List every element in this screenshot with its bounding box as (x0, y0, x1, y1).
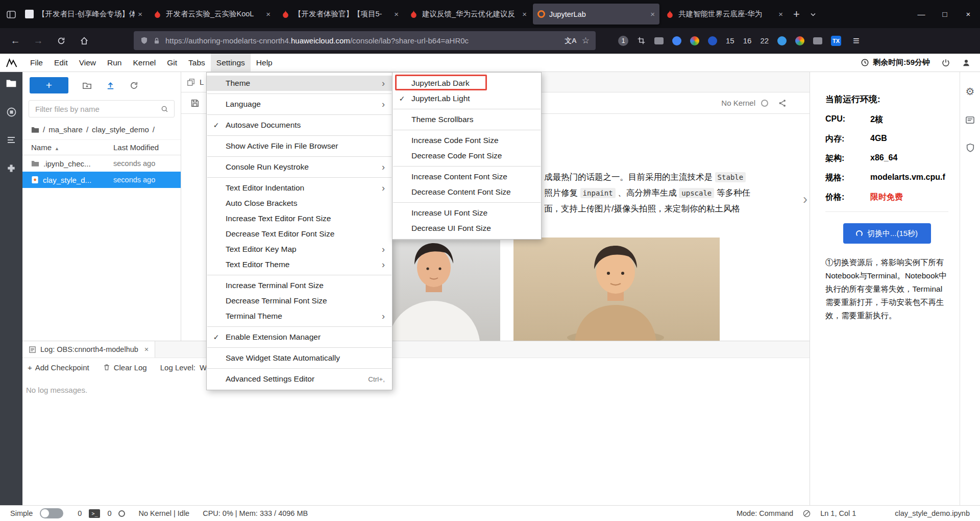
minimize-button[interactable]: — (910, 0, 933, 28)
breadcrumb-folder[interactable]: ma_share (48, 125, 83, 134)
panel-expand-chevron-icon[interactable]: › (803, 192, 807, 207)
extension-manager-icon[interactable] (6, 163, 16, 174)
browser-tab[interactable]: 共建智能世界云底座-华为 × (661, 4, 788, 25)
notifications-off-icon[interactable] (802, 509, 811, 518)
tab-close-icon[interactable]: × (394, 10, 399, 18)
upload-icon[interactable] (106, 81, 115, 90)
share-icon[interactable] (778, 99, 787, 108)
running-sessions-icon[interactable] (6, 107, 17, 117)
menu-help[interactable]: Help (251, 54, 278, 72)
gear-icon[interactable]: ⚙ (966, 85, 975, 98)
kernel-status-label[interactable]: No Kernel | Idle (138, 509, 189, 517)
clear-log-button[interactable]: Clear Log (103, 363, 147, 372)
bookmark-star-icon[interactable]: ☆ (582, 35, 590, 46)
menu-item-increase-ui-font[interactable]: Increase UI Font Size (393, 205, 541, 221)
menu-item-decrease-text-editor-font[interactable]: Decrease Text Editor Font Size (207, 226, 392, 242)
instance-info-icon[interactable] (965, 116, 975, 125)
new-launcher-button[interactable]: + (30, 77, 68, 93)
file-row[interactable]: .ipynb_chec... seconds ago (22, 155, 181, 172)
home-button[interactable] (75, 32, 93, 50)
menu-item-jupyterlab-dark[interactable]: JupyterLab Dark (393, 76, 541, 91)
menu-item-language[interactable]: Language › (207, 97, 392, 112)
file-filter-input[interactable] (34, 104, 160, 114)
menu-item-jupyterlab-light[interactable]: ✓ JupyterLab Light (393, 91, 541, 106)
browser-tab-active-jupyterlab[interactable]: JupyterLab × (533, 4, 659, 25)
user-icon[interactable] (962, 58, 971, 67)
translate-icon[interactable]: 文A (565, 36, 577, 45)
file-row-selected[interactable]: clay_style_d... seconds ago (22, 172, 181, 188)
tx-extension-icon[interactable]: TX (831, 36, 841, 46)
maximize-button[interactable]: □ (933, 0, 957, 28)
new-folder-icon[interactable] (82, 81, 92, 90)
column-name[interactable]: Name▲ (31, 143, 113, 152)
menu-item-theme[interactable]: Theme › (207, 76, 392, 91)
tab-close-icon[interactable]: × (522, 10, 527, 18)
terminal-count[interactable]: 0 (78, 509, 82, 517)
menu-git[interactable]: Git (161, 54, 183, 72)
switch-environment-button[interactable]: 切换中...(15秒) (843, 223, 931, 244)
log-tab[interactable]: Log: OBS:cnnorth4-modelhub × (22, 341, 155, 358)
file-browser-tab-icon[interactable] (6, 78, 17, 88)
menu-kernel[interactable]: Kernel (127, 54, 161, 72)
tab-close-icon[interactable]: × (138, 10, 142, 18)
save-icon[interactable] (190, 99, 200, 108)
cursor-position-label[interactable]: Ln 1, Col 1 (820, 509, 856, 517)
firefox-view-icon[interactable] (6, 9, 16, 19)
menu-edit[interactable]: Edit (48, 54, 74, 72)
extension-counter[interactable]: 15 (726, 36, 734, 45)
screenshot-extension-icon[interactable] (637, 36, 646, 45)
menu-item-console-run-keystroke[interactable]: Console Run Keystroke › (207, 159, 392, 175)
extension-icon[interactable] (708, 36, 717, 45)
menu-item-show-active-file[interactable]: Show Active File in File Browser (207, 138, 392, 154)
folder-icon[interactable] (31, 126, 39, 133)
menu-item-enable-extension-manager[interactable]: ✓ Enable Extension Manager (207, 329, 392, 345)
editor-mode-label[interactable]: Mode: Command (737, 509, 793, 517)
add-checkpoint-button[interactable]: + Add Checkpoint (28, 363, 89, 372)
tab-close-icon[interactable]: × (144, 345, 149, 353)
table-of-contents-icon[interactable] (6, 136, 16, 145)
menu-item-text-editor-theme[interactable]: Text Editor Theme › (207, 257, 392, 272)
menu-item-text-editor-key-map[interactable]: Text Editor Key Map › (207, 242, 392, 257)
back-button[interactable]: ← (6, 32, 24, 50)
menu-item-decrease-ui-font[interactable]: Decrease UI Font Size (393, 221, 541, 236)
menu-item-increase-text-editor-font[interactable]: Increase Text Editor Font Size (207, 211, 392, 226)
breadcrumb-folder[interactable]: clay_style_demo (92, 125, 149, 134)
menu-item-auto-close-brackets[interactable]: Auto Close Brackets (207, 196, 392, 211)
forward-button[interactable]: → (29, 32, 47, 50)
menu-item-advanced-settings-editor[interactable]: Advanced Settings Editor Ctrl+, (207, 371, 392, 387)
menu-item-text-editor-indentation[interactable]: Text Editor Indentation › (207, 180, 392, 196)
extension-counter[interactable]: 22 (760, 36, 769, 45)
kernel-name-label[interactable]: No Kernel (721, 99, 755, 107)
menu-item-decrease-content-font[interactable]: Decrease Content Font Size (393, 184, 541, 200)
menu-item-increase-code-font[interactable]: Increase Code Font Size (393, 133, 541, 148)
tab-close-icon[interactable]: × (778, 10, 783, 18)
app-menu-icon[interactable]: ≡ (853, 34, 860, 48)
kernel-status-icon[interactable] (761, 100, 768, 107)
menu-item-autosave-documents[interactable]: ✓ Autosave Documents (207, 117, 392, 133)
notification-badge[interactable]: 1 (618, 36, 628, 46)
storage-shield-icon[interactable] (966, 143, 975, 153)
url-bar[interactable]: https://authoring-modelarts-cnnorth4.hua… (134, 31, 596, 50)
menu-item-decrease-terminal-font[interactable]: Decrease Terminal Font Size (207, 293, 392, 309)
extension-icon[interactable] (672, 36, 681, 45)
tab-close-icon[interactable]: × (266, 10, 271, 18)
menu-item-terminal-theme[interactable]: Terminal Theme › (207, 309, 392, 324)
extension-counter[interactable]: 16 (743, 36, 752, 45)
reload-button[interactable] (52, 32, 70, 50)
tab-close-icon[interactable]: × (650, 10, 655, 18)
close-button[interactable]: × (957, 0, 980, 28)
sidebar-extension-icon[interactable] (654, 37, 664, 44)
menu-file[interactable]: File (24, 54, 48, 72)
menu-tabs[interactable]: Tabs (183, 54, 211, 72)
simple-mode-toggle[interactable] (40, 508, 63, 518)
menu-view[interactable]: View (74, 54, 102, 72)
log-level-dropdown[interactable]: Log Level: W (160, 363, 207, 372)
shutdown-icon[interactable] (941, 58, 950, 67)
kernel-count[interactable]: 0 (107, 509, 111, 517)
extension-icon[interactable] (795, 36, 804, 45)
tracking-shield-icon[interactable] (140, 36, 149, 45)
new-tab-button[interactable]: + (793, 8, 800, 21)
refresh-icon[interactable] (129, 81, 139, 90)
list-all-tabs-chevron-icon[interactable] (809, 10, 817, 18)
browser-tab[interactable]: 建议反馈_华为云优化建议反 × (405, 4, 531, 25)
